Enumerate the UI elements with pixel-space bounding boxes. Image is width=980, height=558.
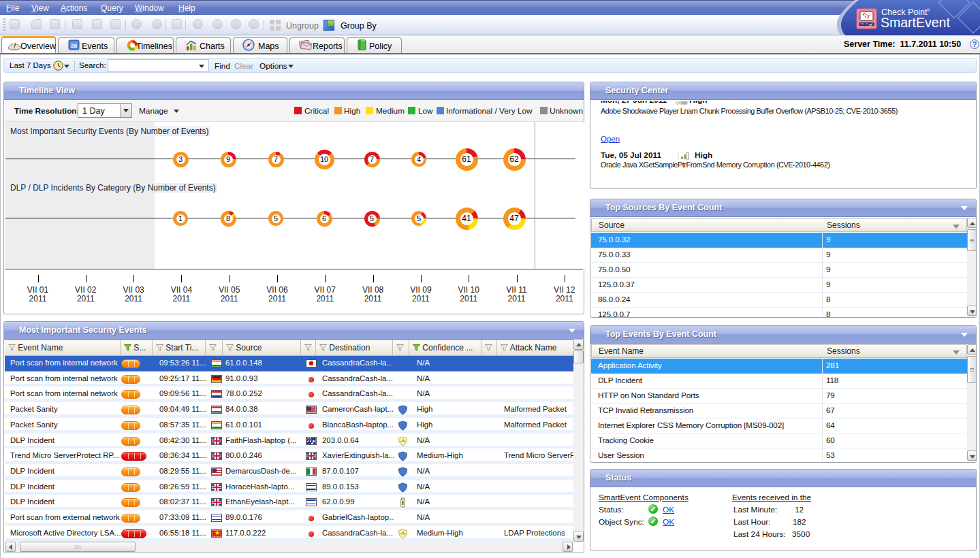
svg-text:28: 28 (71, 43, 77, 49)
svg-text:®: ® (927, 8, 930, 12)
svg-text:SmartEvent: SmartEvent (881, 15, 950, 30)
